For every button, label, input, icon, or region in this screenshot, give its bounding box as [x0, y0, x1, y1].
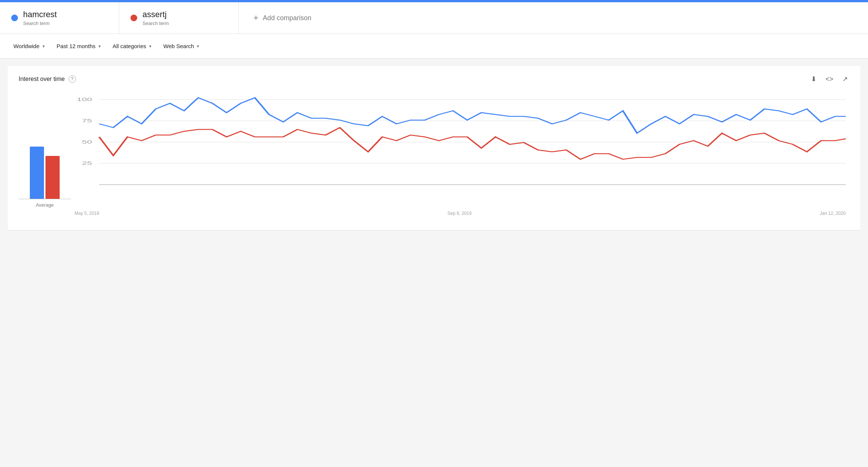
- svg-text:75: 75: [82, 118, 92, 123]
- help-icon-label: ?: [71, 76, 73, 82]
- term-hamcrest[interactable]: hamcrest Search term: [0, 2, 119, 34]
- x-label-2: Sep 8, 2019: [447, 211, 472, 216]
- term-hamcrest-name: hamcrest: [23, 10, 57, 19]
- avg-bar-blue: [30, 147, 44, 199]
- avg-bar-red: [45, 156, 60, 199]
- chevron-down-icon-3: ▾: [149, 44, 151, 49]
- svg-text:25: 25: [82, 160, 92, 166]
- x-label-3: Jan 12, 2020: [820, 211, 846, 216]
- download-icon[interactable]: ⬇: [809, 73, 818, 85]
- x-label-1: May 5, 2019: [75, 211, 99, 216]
- average-section: Average: [19, 92, 71, 219]
- filter-worldwide-label: Worldwide: [13, 43, 40, 49]
- chart-header: Interest over time ? ⬇ <> ↗: [19, 73, 849, 85]
- term-assertj-name: assertj: [142, 10, 169, 19]
- filter-search-type-label: Web Search: [163, 43, 194, 49]
- share-icon[interactable]: ↗: [841, 73, 849, 85]
- chevron-down-icon-2: ▾: [98, 44, 101, 49]
- term-assertj-label: Search term: [142, 21, 169, 26]
- svg-text:50: 50: [82, 139, 92, 145]
- add-comparison-button[interactable]: + Add comparison: [239, 2, 868, 34]
- avg-baseline: [19, 199, 71, 199]
- dot-red-icon: [130, 15, 137, 21]
- main-content: Interest over time ? ⬇ <> ↗ Average: [0, 59, 868, 238]
- term-assertj[interactable]: assertj Search term: [119, 2, 239, 34]
- filter-worldwide[interactable]: Worldwide ▾: [7, 39, 51, 53]
- filter-categories[interactable]: All categories ▾: [107, 39, 157, 53]
- filter-categories-label: All categories: [113, 43, 146, 49]
- chart-actions: ⬇ <> ↗: [809, 73, 849, 85]
- average-bars: [30, 132, 60, 199]
- dot-blue-icon: [11, 15, 18, 21]
- filters-bar: Worldwide ▾ Past 12 months ▾ All categor…: [0, 34, 868, 59]
- chart-title-area: Interest over time ?: [19, 75, 76, 83]
- term-hamcrest-text: hamcrest Search term: [23, 10, 57, 26]
- svg-text:100: 100: [77, 97, 92, 102]
- filter-search-type[interactable]: Web Search ▾: [157, 39, 205, 53]
- avg-label: Average: [36, 202, 54, 208]
- plus-icon: +: [254, 13, 258, 23]
- search-terms-container: hamcrest Search term assertj Search term…: [0, 2, 868, 34]
- embed-icon[interactable]: <>: [824, 74, 835, 85]
- term-assertj-text: assertj Search term: [142, 10, 169, 26]
- line-chart-area: 100 75 50 25 May 5, 2019 Sep 8, 2019 Jan…: [71, 92, 849, 219]
- interest-over-time-card: Interest over time ? ⬇ <> ↗ Average: [7, 66, 861, 230]
- chevron-down-icon: ▾: [43, 44, 45, 49]
- add-comparison-label: Add comparison: [263, 14, 311, 22]
- filter-time-range[interactable]: Past 12 months ▾: [51, 39, 107, 53]
- help-icon[interactable]: ?: [69, 75, 76, 83]
- chart-area: Average 100 75 50 25: [19, 92, 849, 219]
- term-hamcrest-label: Search term: [23, 21, 57, 26]
- x-axis-labels: May 5, 2019 Sep 8, 2019 Jan 12, 2020: [71, 211, 849, 216]
- line-chart-svg: 100 75 50 25: [71, 92, 849, 208]
- chevron-down-icon-4: ▾: [197, 44, 199, 49]
- filter-time-range-label: Past 12 months: [57, 43, 95, 49]
- chart-title: Interest over time: [19, 76, 65, 82]
